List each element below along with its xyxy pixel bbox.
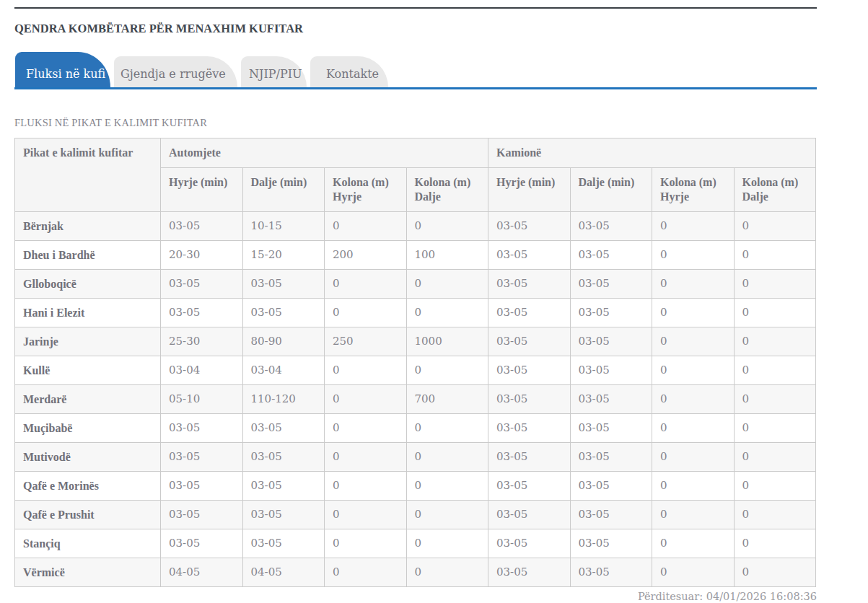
value-cell: 04-05 [242, 558, 325, 587]
value-cell: 250 [325, 327, 407, 356]
column-header-crossing-points: Pikat e kalimit kufitar [15, 138, 161, 212]
sub-header: Hyrje (min) [161, 168, 243, 212]
tab-fluksi-n-kufi[interactable]: Fluksi në kufi [15, 52, 110, 87]
value-cell: 03-05 [488, 241, 571, 270]
value-cell: 0 [406, 414, 488, 443]
value-cell: 03-05 [161, 529, 243, 558]
value-cell: 05-10 [161, 385, 243, 414]
value-cell: 15-20 [242, 241, 325, 270]
value-cell: 0 [325, 414, 407, 443]
crossing-point-name: Qafë e Prushit [15, 501, 161, 529]
value-cell: 0 [652, 270, 735, 299]
value-cell: 03-05 [242, 529, 325, 558]
sub-header: Kolona (m)Hyrje [652, 168, 735, 212]
value-cell: 0 [652, 241, 735, 270]
value-cell: 0 [406, 558, 488, 587]
value-cell: 20-30 [161, 241, 243, 270]
value-cell: 03-05 [161, 212, 243, 241]
value-cell: 0 [325, 385, 407, 414]
crossing-point-name: Merdarë [15, 385, 161, 414]
value-cell: 03-05 [488, 501, 571, 529]
value-cell: 10-15 [242, 212, 325, 241]
border-flow-table: Pikat e kalimit kufitar Automjete Kamion… [14, 138, 816, 587]
sub-header: Dalje (min) [570, 168, 652, 212]
value-cell: 03-05 [161, 472, 243, 501]
value-cell: 0 [652, 212, 735, 241]
tab-gjendja-e-rrug-ve[interactable]: Gjendja e rrugëve [114, 56, 237, 87]
value-cell: 03-05 [570, 327, 652, 356]
value-cell: 0 [734, 385, 816, 414]
value-cell: 03-05 [242, 270, 325, 299]
value-cell: 0 [734, 299, 816, 327]
value-cell: 03-05 [488, 327, 571, 356]
value-cell: 03-05 [570, 299, 652, 327]
value-cell: 110-120 [242, 385, 325, 414]
crossing-point-name: Qafë e Morinës [15, 472, 161, 501]
value-cell: 0 [652, 558, 735, 587]
value-cell: 03-05 [242, 501, 325, 529]
value-cell: 0 [734, 529, 816, 558]
table-row: Qafë e Prushit03-0503-050003-0503-0500 [15, 501, 816, 529]
group-header-kamione: Kamionë [488, 138, 816, 168]
value-cell: 03-04 [161, 356, 243, 385]
value-cell: 0 [652, 356, 735, 385]
crossing-point-name: Bërnjak [15, 212, 161, 241]
sub-header: Kolona (m)Hyrje [325, 168, 407, 212]
section-heading: FLUKSI NË PIKAT E KALIMIT KUFITAR [14, 115, 817, 130]
value-cell: 0 [652, 529, 735, 558]
table-row: Dheu i Bardhë20-3015-2020010003-0503-050… [15, 241, 816, 270]
crossing-point-name: Vërmicë [15, 558, 161, 587]
value-cell: 0 [406, 472, 488, 501]
tab-njip-piu[interactable]: NJIP/PIU [241, 56, 307, 87]
value-cell: 0 [406, 356, 488, 385]
value-cell: 0 [406, 270, 488, 299]
value-cell: 0 [734, 327, 816, 356]
value-cell: 04-05 [161, 558, 243, 587]
value-cell: 0 [406, 212, 488, 241]
top-divider [14, 7, 817, 9]
value-cell: 700 [406, 385, 488, 414]
value-cell: 0 [652, 299, 735, 327]
table-row: Qafë e Morinës03-0503-050003-0503-0500 [15, 472, 816, 501]
value-cell: 03-05 [570, 443, 652, 472]
table-row: Mutivodë03-0503-050003-0503-0500 [15, 443, 816, 472]
table-row: Bërnjak03-0510-150003-0503-0500 [15, 212, 816, 241]
value-cell: 0 [734, 558, 816, 587]
crossing-point-name: Glloboqicë [15, 270, 161, 299]
page-title: QENDRA KOMBËTARE PËR MENAXHIM KUFITAR [14, 20, 817, 37]
value-cell: 03-05 [161, 414, 243, 443]
tab-kontakte[interactable]: Kontakte [310, 56, 388, 87]
value-cell: 0 [325, 501, 407, 529]
value-cell: 03-05 [242, 472, 325, 501]
sub-header: Kolona (m)Dalje [734, 168, 816, 212]
crossing-point-name: Stançiq [15, 529, 161, 558]
value-cell: 0 [734, 270, 816, 299]
table-row: Stançiq03-0503-050003-0503-0500 [15, 529, 816, 558]
table-row: Muçibabë03-0503-050003-0503-0500 [15, 414, 816, 443]
crossing-point-name: Mutivodë [15, 443, 161, 472]
value-cell: 03-05 [488, 443, 571, 472]
value-cell: 0 [652, 414, 735, 443]
value-cell: 03-05 [161, 270, 243, 299]
table-row: Jarinje25-3080-90250100003-0503-0500 [15, 327, 816, 356]
page-container: QENDRA KOMBËTARE PËR MENAXHIM KUFITAR Fl… [14, 7, 817, 602]
crossing-point-name: Dheu i Bardhë [15, 241, 161, 270]
value-cell: 0 [652, 472, 735, 501]
value-cell: 03-05 [570, 414, 652, 443]
value-cell: 03-05 [488, 385, 571, 414]
value-cell: 0 [734, 501, 816, 529]
value-cell: 03-05 [570, 356, 652, 385]
value-cell: 0 [734, 472, 816, 501]
value-cell: 0 [406, 443, 488, 472]
value-cell: 03-05 [242, 443, 325, 472]
value-cell: 80-90 [242, 327, 325, 356]
value-cell: 200 [325, 241, 407, 270]
sub-header: Kolona (m)Dalje [406, 168, 488, 212]
sub-header: Dalje (min) [242, 168, 325, 212]
sub-header: Hyrje (min) [488, 168, 571, 212]
value-cell: 0 [325, 443, 407, 472]
value-cell: 1000 [406, 327, 488, 356]
value-cell: 0 [406, 299, 488, 327]
value-cell: 03-05 [570, 241, 652, 270]
value-cell: 03-05 [488, 299, 571, 327]
